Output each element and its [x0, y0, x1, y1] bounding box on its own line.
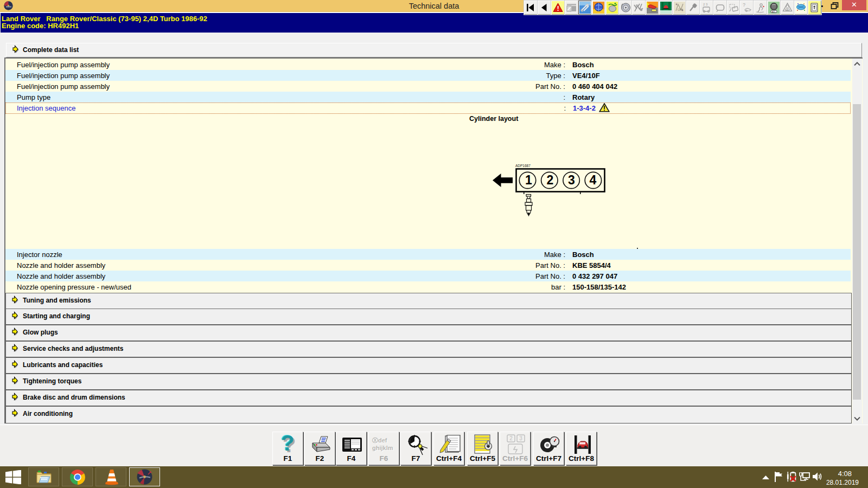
- svg-text:2 3: 2 3: [703, 3, 708, 6]
- svg-text:2: 2: [547, 173, 554, 187]
- svg-text:A/C: A/C: [772, 10, 776, 13]
- svg-text:1: 1: [525, 173, 532, 187]
- svg-text:?: ?: [743, 2, 745, 8]
- svg-text:2: 2: [509, 435, 513, 441]
- svg-text:3: 3: [519, 435, 522, 441]
- svg-text:ADP1687: ADP1687: [515, 164, 531, 168]
- svg-text:CP8: CP8: [678, 8, 683, 11]
- svg-text:4: 4: [590, 173, 597, 187]
- svg-text:3: 3: [568, 173, 575, 187]
- svg-text:CID: CID: [786, 9, 789, 11]
